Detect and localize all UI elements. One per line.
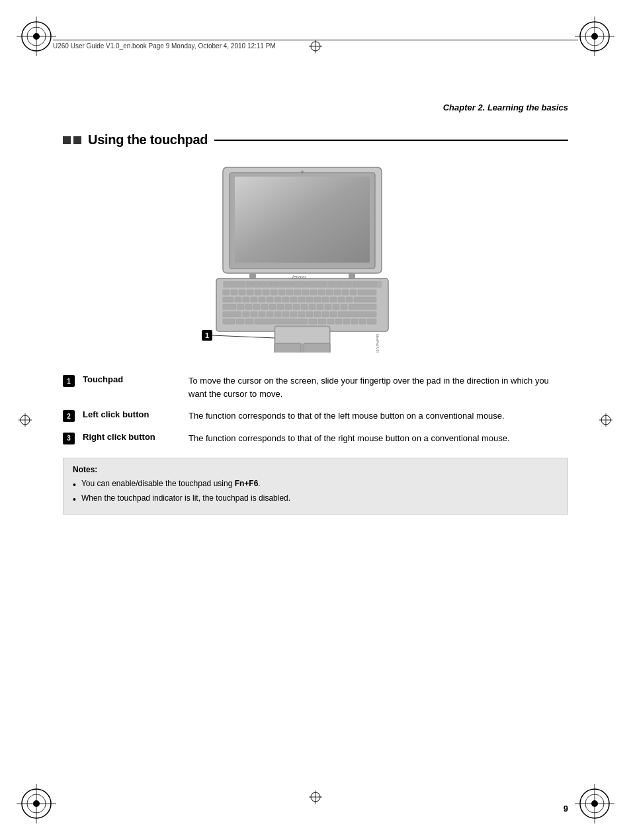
- svg-rect-68: [251, 297, 257, 302]
- svg-rect-114: [245, 319, 253, 324]
- svg-rect-94: [325, 304, 331, 310]
- bottom-center-mark: [309, 790, 322, 804]
- section-title-text: Using the touchpad: [88, 132, 208, 147]
- svg-rect-103: [274, 312, 281, 317]
- svg-rect-118: [327, 319, 334, 324]
- laptop-illustration: lenovo 1 2 3 IdeaPad U260: [196, 161, 408, 353]
- svg-rect-101: [259, 312, 265, 317]
- svg-rect-82: [223, 304, 236, 310]
- svg-rect-32: [224, 282, 244, 286]
- svg-rect-56: [294, 290, 301, 295]
- svg-rect-127: [304, 343, 330, 353]
- corner-mark-tl: [17, 17, 56, 56]
- notes-text-2: When the touchpad indicator is lit, the …: [81, 492, 290, 505]
- svg-rect-91: [301, 304, 308, 310]
- svg-text:lenovo: lenovo: [292, 274, 306, 279]
- item-desc-left-click: The function corresponds to that of the …: [189, 409, 568, 423]
- svg-rect-53: [271, 290, 277, 295]
- svg-rect-108: [314, 312, 321, 317]
- item-num-1: 1: [63, 375, 75, 387]
- svg-rect-99: [243, 312, 249, 317]
- svg-rect-74: [298, 297, 305, 302]
- svg-rect-72: [282, 297, 289, 302]
- svg-text:IdeaPad U260: IdeaPad U260: [376, 334, 380, 353]
- svg-rect-111: [338, 312, 376, 317]
- laptop-image-container: lenovo 1 2 3 IdeaPad U260: [63, 161, 568, 355]
- svg-rect-87: [269, 304, 276, 310]
- svg-rect-49: [239, 290, 245, 295]
- svg-rect-73: [290, 297, 297, 302]
- notes-title: Notes:: [73, 465, 558, 474]
- svg-rect-100: [251, 312, 257, 317]
- svg-rect-107: [306, 312, 313, 317]
- svg-rect-121: [351, 319, 358, 324]
- svg-rect-47: [223, 290, 230, 295]
- svg-rect-105: [290, 312, 297, 317]
- notes-item-2: • When the touchpad indicator is lit, th…: [73, 492, 558, 507]
- main-content: Using the touchpad: [63, 132, 568, 515]
- section-title: Using the touchpad: [63, 132, 568, 147]
- square-1: [63, 136, 71, 144]
- notes-item-1: • You can enable/disable the touchpad us…: [73, 478, 558, 492]
- svg-rect-80: [346, 297, 353, 302]
- corner-mark-bl: [17, 784, 56, 823]
- svg-rect-35: [260, 282, 265, 286]
- svg-rect-55: [286, 290, 293, 295]
- square-2: [73, 136, 81, 144]
- svg-rect-102: [267, 312, 273, 317]
- notes-box: Notes: • You can enable/disable the touc…: [63, 458, 568, 515]
- svg-rect-34: [253, 282, 259, 286]
- svg-rect-58: [310, 290, 317, 295]
- svg-rect-38: [280, 282, 285, 286]
- item-desc-touchpad: To move the cursor on the screen, slide …: [189, 374, 568, 400]
- svg-rect-66: [235, 297, 241, 302]
- item-desc-right-click: The function corresponds to that of the …: [189, 432, 568, 445]
- svg-rect-54: [278, 290, 285, 295]
- svg-rect-59: [318, 290, 325, 295]
- item-label-right-click: Right click button: [83, 432, 189, 442]
- svg-rect-43: [329, 282, 335, 286]
- svg-rect-57: [302, 290, 309, 295]
- svg-rect-120: [343, 319, 350, 324]
- svg-rect-109: [322, 312, 329, 317]
- svg-rect-84: [245, 304, 252, 310]
- svg-rect-85: [253, 304, 260, 310]
- svg-rect-113: [236, 319, 244, 324]
- svg-rect-115: [255, 319, 308, 324]
- svg-rect-95: [333, 304, 339, 310]
- file-info: U260 User Guide V1.0_en.book Page 9 Mond…: [53, 42, 276, 50]
- item-label-left-click: Left click button: [83, 409, 189, 419]
- right-side-mark: [599, 413, 612, 427]
- svg-rect-83: [237, 304, 244, 310]
- page-number: 9: [564, 804, 568, 814]
- desc-row-right-click: 3 Right click button The function corres…: [63, 432, 568, 445]
- svg-rect-51: [255, 290, 261, 295]
- svg-rect-39: [286, 282, 292, 286]
- svg-rect-92: [309, 304, 316, 310]
- svg-rect-89: [285, 304, 292, 310]
- svg-rect-78: [330, 297, 337, 302]
- notes-text-1: You can enable/disable the touchpad usin…: [81, 478, 261, 490]
- svg-rect-45: [345, 282, 351, 286]
- svg-rect-60: [326, 290, 333, 295]
- svg-rect-41: [300, 282, 305, 286]
- description-table: 1 Touchpad To move the cursor on the scr…: [63, 374, 568, 444]
- svg-rect-67: [243, 297, 249, 302]
- desc-row-touchpad: 1 Touchpad To move the cursor on the scr…: [63, 374, 568, 400]
- svg-rect-33: [247, 282, 252, 286]
- svg-rect-96: [341, 304, 347, 310]
- svg-rect-75: [306, 297, 313, 302]
- svg-rect-69: [259, 297, 265, 302]
- svg-rect-126: [274, 343, 301, 353]
- svg-rect-29: [349, 273, 355, 278]
- item-label-touchpad: Touchpad: [83, 374, 189, 384]
- section-squares: [63, 136, 81, 144]
- svg-rect-119: [335, 319, 342, 324]
- svg-rect-116: [309, 319, 317, 324]
- section-title-line: [214, 140, 568, 141]
- svg-point-27: [301, 171, 304, 173]
- left-side-mark: [19, 413, 32, 427]
- desc-row-left-click: 2 Left click button The function corresp…: [63, 409, 568, 423]
- svg-rect-123: [367, 319, 376, 324]
- svg-rect-61: [334, 290, 341, 295]
